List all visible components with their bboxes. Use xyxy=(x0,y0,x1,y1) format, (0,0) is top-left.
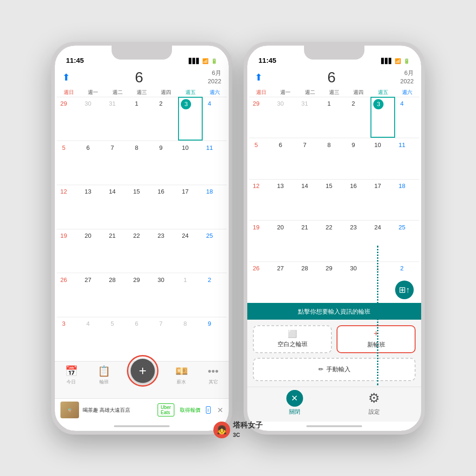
cell-9[interactable]: 9 xyxy=(154,141,178,185)
home-indicator-right xyxy=(247,422,421,431)
cell-26[interactable]: 26 xyxy=(57,273,81,317)
rcell-25[interactable]: 25 xyxy=(395,220,419,261)
share-icon-right[interactable]: ⬆ xyxy=(255,72,263,83)
cell-12[interactable]: 12 xyxy=(57,185,81,229)
cell-8-jul[interactable]: 8 xyxy=(178,317,202,361)
cell-7[interactable]: 7 xyxy=(106,141,130,185)
cal-header-left: ⬆ 6 6月2022 xyxy=(55,66,229,88)
ad-action[interactable]: 取得報價 xyxy=(180,407,200,414)
cell-11[interactable]: 11 xyxy=(203,141,227,185)
rcell-4[interactable]: 4 xyxy=(395,97,419,138)
rweek-1: 29 30 31 1 2 3 4 xyxy=(249,97,419,138)
rcell-1-jul[interactable]: 1 xyxy=(370,261,395,303)
cell-1-jul[interactable]: 1 xyxy=(178,273,202,317)
rcell-14[interactable]: 14 xyxy=(298,179,322,221)
settings-btn[interactable]: ⚙ 設定 xyxy=(366,390,383,416)
tab-salary[interactable]: 💴 薪水 xyxy=(175,365,188,385)
cell-29[interactable]: 29 xyxy=(130,273,154,317)
cell-6[interactable]: 6 xyxy=(81,141,105,185)
week-3: 12 13 14 15 16 17 18 xyxy=(57,185,227,229)
cell-15[interactable]: 15 xyxy=(130,185,154,229)
rcell-10[interactable]: 10 xyxy=(370,138,395,179)
rcell-6[interactable]: 6 xyxy=(273,138,298,179)
cell-18[interactable]: 18 xyxy=(203,185,227,229)
cell-21[interactable]: 21 xyxy=(106,229,130,273)
rcell-23[interactable]: 23 xyxy=(346,220,370,261)
rcell-13[interactable]: 13 xyxy=(273,179,298,221)
cell-22[interactable]: 22 xyxy=(130,229,154,273)
cell-10[interactable]: 10 xyxy=(178,141,202,185)
rcell-24[interactable]: 24 xyxy=(370,220,395,261)
cell-24[interactable]: 24 xyxy=(178,229,202,273)
cell-3-jul[interactable]: 3 xyxy=(57,317,81,361)
cell-31-may[interactable]: 31 xyxy=(106,97,130,141)
rcell-12[interactable]: 12 xyxy=(249,179,273,221)
cell-29-may[interactable]: 29 xyxy=(57,97,81,141)
close-btn[interactable]: ✕ 關閉 xyxy=(286,390,303,416)
rcell-30[interactable]: 30 xyxy=(346,261,370,303)
cell-6-jul[interactable]: 6 xyxy=(130,317,154,361)
rcell-22[interactable]: 22 xyxy=(322,220,346,261)
rcell-8[interactable]: 8 xyxy=(322,138,346,179)
ad-info-icon[interactable]: i xyxy=(206,406,211,414)
cell-23[interactable]: 23 xyxy=(154,229,178,273)
rcell-29b[interactable]: 29 xyxy=(322,261,346,303)
rweek-5: 26 27 28 29 30 1 2 xyxy=(249,261,419,303)
cell-7-jul[interactable]: 7 xyxy=(154,317,178,361)
rcell-7[interactable]: 7 xyxy=(298,138,322,179)
rcell-27[interactable]: 27 xyxy=(273,261,298,303)
tab-shifts[interactable]: 📋 輪班 xyxy=(98,365,110,385)
rcell-2[interactable]: 2 xyxy=(346,97,370,138)
cell-25[interactable]: 25 xyxy=(203,229,227,273)
cell-4-sat[interactable]: 4 xyxy=(203,97,227,141)
rcell-29[interactable]: 29 xyxy=(249,97,273,138)
cell-16[interactable]: 16 xyxy=(154,185,178,229)
option-new-shift[interactable]: + 新輪班 xyxy=(337,325,416,353)
cell-30-may[interactable]: 30 xyxy=(81,97,105,141)
ad-close-icon[interactable]: ✕ xyxy=(217,406,223,415)
rcell-15[interactable]: 15 xyxy=(322,179,346,221)
cell-19[interactable]: 19 xyxy=(57,229,81,273)
cell-14[interactable]: 14 xyxy=(106,185,130,229)
cell-17[interactable]: 17 xyxy=(178,185,202,229)
tab-today[interactable]: 📅 今日 xyxy=(65,365,78,385)
rcell-1[interactable]: 1 xyxy=(322,97,346,138)
rcell-21[interactable]: 21 xyxy=(298,220,322,261)
option-blank-shift[interactable]: ⬜ 空白之輪班 xyxy=(253,325,332,353)
rcell-9[interactable]: 9 xyxy=(346,138,370,179)
ad-uber-eats[interactable]: UberEats xyxy=(158,403,174,416)
cell-9-jul[interactable]: 9 xyxy=(203,317,227,361)
rcell-3-today[interactable]: 3 xyxy=(370,97,395,138)
cell-28[interactable]: 28 xyxy=(106,273,130,317)
cell-5-jul[interactable]: 5 xyxy=(106,317,130,361)
rcell-18[interactable]: 18 xyxy=(395,179,419,221)
share-icon-left[interactable]: ⬆ xyxy=(62,72,70,83)
rcell-11[interactable]: 11 xyxy=(395,138,419,179)
cell-2[interactable]: 2 xyxy=(154,97,178,141)
rcell-5[interactable]: 5 xyxy=(249,138,273,179)
rcell-17[interactable]: 17 xyxy=(370,179,395,221)
cell-2-jul[interactable]: 2 xyxy=(203,273,227,317)
cell-8[interactable]: 8 xyxy=(130,141,154,185)
rcell-20[interactable]: 20 xyxy=(273,220,298,261)
tab-other[interactable]: ••• 其它 xyxy=(208,365,218,385)
option-manual[interactable]: ✏ 手動輸入 xyxy=(253,358,416,381)
cell-4-jul[interactable]: 4 xyxy=(81,317,105,361)
rcell-16[interactable]: 16 xyxy=(346,179,370,221)
dh-sun: 週日 xyxy=(57,88,81,97)
cell-3-today[interactable]: 3 xyxy=(178,97,202,141)
cell-27[interactable]: 27 xyxy=(81,273,105,317)
wifi-icon-r: 📶 xyxy=(395,58,401,64)
cell-1[interactable]: 1 xyxy=(130,97,154,141)
grid-toggle-button[interactable]: ⊞↑ xyxy=(395,281,414,299)
rcell-30[interactable]: 30 xyxy=(273,97,298,138)
rcell-31[interactable]: 31 xyxy=(298,97,322,138)
cell-30[interactable]: 30 xyxy=(154,273,178,317)
tab-add[interactable]: + xyxy=(131,365,155,383)
cell-5[interactable]: 5 xyxy=(57,141,81,185)
rcell-19[interactable]: 19 xyxy=(249,220,273,261)
rcell-28[interactable]: 28 xyxy=(298,261,322,303)
cell-20[interactable]: 20 xyxy=(81,229,105,273)
cell-13[interactable]: 13 xyxy=(81,185,105,229)
rcell-26[interactable]: 26 xyxy=(249,261,273,303)
